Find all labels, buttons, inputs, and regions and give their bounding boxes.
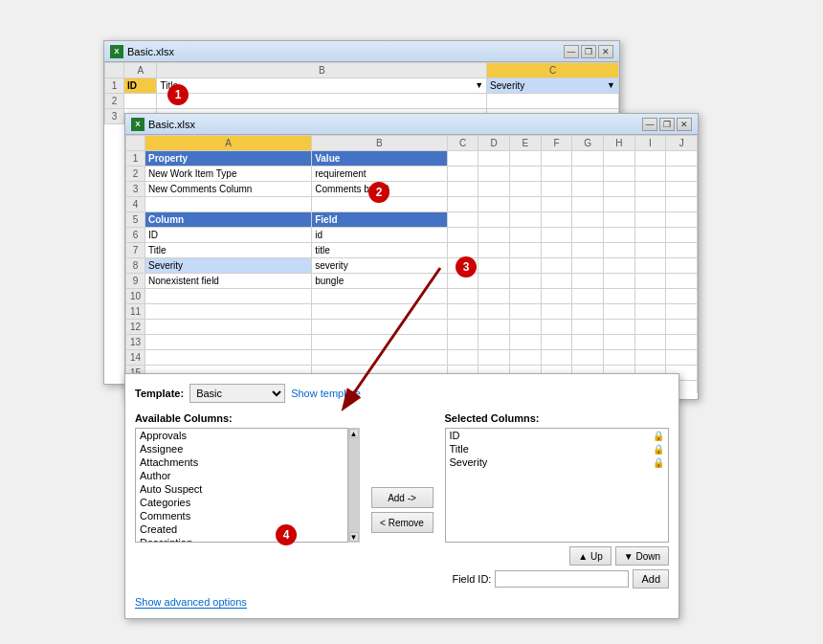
cell-2-A[interactable]: New Work Item Type — [145, 167, 312, 182]
cell-14-J[interactable] — [666, 350, 698, 366]
cell-4-E[interactable] — [510, 197, 542, 212]
cell-4-H[interactable] — [603, 197, 634, 212]
cell-2-H[interactable] — [603, 167, 634, 182]
cell-2-B[interactable]: requirement — [312, 167, 448, 182]
cell-7-F[interactable] — [541, 243, 572, 258]
cell-11-H[interactable] — [603, 304, 634, 320]
cell-13-F[interactable] — [541, 335, 572, 350]
add-button[interactable]: Add -> — [371, 487, 434, 508]
cell-11-G[interactable] — [572, 304, 604, 320]
cell-7-G[interactable] — [572, 243, 604, 258]
cell-3-I[interactable] — [634, 182, 666, 197]
cell-8-E[interactable] — [510, 258, 542, 274]
cell-6-A[interactable]: ID — [145, 228, 312, 243]
cell-5-H[interactable] — [603, 212, 634, 228]
up-button[interactable]: ▲ Up — [569, 546, 611, 566]
cell-12-E[interactable] — [510, 320, 542, 335]
cell-2-A[interactable] — [124, 94, 157, 109]
cell-6-E[interactable] — [510, 228, 542, 243]
window1-close[interactable]: ✕ — [598, 45, 613, 58]
cell-2-B[interactable] — [157, 94, 487, 109]
cell-3-J[interactable] — [666, 182, 698, 197]
cell-7-H[interactable] — [603, 243, 634, 258]
cell-8-H[interactable] — [603, 258, 634, 274]
filter-icon-B[interactable]: ▼ — [475, 80, 483, 90]
cell-4-D[interactable] — [478, 197, 510, 212]
cell-5-A[interactable]: Column — [145, 212, 312, 228]
available-item-created[interactable]: Created — [136, 522, 347, 536]
cell-3-E[interactable] — [510, 182, 542, 197]
cell-4-I[interactable] — [634, 197, 666, 212]
down-button[interactable]: ▼ Down — [615, 546, 669, 566]
cell-10-F[interactable] — [541, 289, 572, 304]
cell-7-B[interactable]: title — [312, 243, 448, 258]
cell-4-J[interactable] — [666, 197, 698, 212]
cell-5-D[interactable] — [478, 212, 510, 228]
filter-icon-C[interactable]: ▼ — [607, 80, 615, 90]
cell-1-C[interactable] — [447, 151, 478, 167]
scroll-down-arrow[interactable]: ▼ — [349, 532, 359, 542]
cell-5-E[interactable] — [510, 212, 542, 228]
cell-1-J[interactable] — [666, 151, 698, 167]
cell-13-J[interactable] — [666, 335, 698, 350]
cell-2-E[interactable] — [510, 167, 542, 182]
cell-4-A[interactable] — [145, 197, 312, 212]
cell-1-D[interactable] — [478, 151, 510, 167]
cell-6-I[interactable] — [634, 228, 666, 243]
available-item-auto-suspect[interactable]: Auto Suspect — [136, 482, 347, 496]
cell-13-E[interactable] — [510, 335, 542, 350]
cell-9-J[interactable] — [666, 274, 698, 289]
cell-3-H[interactable] — [603, 182, 634, 197]
cell-12-J[interactable] — [666, 320, 698, 335]
cell-14-E[interactable] — [510, 350, 542, 366]
window2-close[interactable]: ✕ — [677, 118, 692, 131]
cell-11-E[interactable] — [510, 304, 542, 320]
cell-5-J[interactable] — [666, 212, 698, 228]
available-item-description[interactable]: Description — [136, 536, 347, 543]
cell-10-J[interactable] — [666, 289, 698, 304]
cell-3-D[interactable] — [478, 182, 510, 197]
cell-2-C[interactable] — [447, 167, 478, 182]
cell-9-H[interactable] — [603, 274, 634, 289]
window2-minimize[interactable]: — — [642, 118, 657, 131]
cell-9-I[interactable] — [634, 274, 666, 289]
cell-1-B[interactable]: Value — [312, 151, 448, 167]
selected-item-severity[interactable]: Severity🔒 — [446, 455, 669, 469]
cell-6-D[interactable] — [478, 228, 510, 243]
cell-1-B[interactable]: Title ▼ — [157, 78, 487, 94]
cell-7-E[interactable] — [510, 243, 542, 258]
cell-5-B[interactable]: Field — [312, 212, 448, 228]
cell-12-F[interactable] — [541, 320, 572, 335]
cell-12-G[interactable] — [572, 320, 604, 335]
cell-5-C[interactable] — [447, 212, 478, 228]
cell-8-J[interactable] — [666, 258, 698, 274]
cell-5-G[interactable] — [572, 212, 604, 228]
window2-controls[interactable]: — ❐ ✕ — [642, 118, 692, 131]
cell-2-C[interactable] — [487, 94, 619, 109]
cell-7-C[interactable] — [447, 243, 478, 258]
cell-4-G[interactable] — [572, 197, 604, 212]
cell-1-A[interactable]: Property — [145, 151, 312, 167]
cell-11-J[interactable] — [666, 304, 698, 320]
window1-controls[interactable]: — ❐ ✕ — [564, 45, 613, 58]
cell-7-J[interactable] — [666, 243, 698, 258]
window1-minimize[interactable]: — — [564, 45, 579, 58]
cell-1-G[interactable] — [572, 151, 604, 167]
field-id-input[interactable] — [495, 570, 629, 588]
cell-9-G[interactable] — [572, 274, 604, 289]
cell-6-C[interactable] — [447, 228, 478, 243]
cell-7-I[interactable] — [634, 243, 666, 258]
cell-2-I[interactable] — [634, 167, 666, 182]
cell-13-I[interactable] — [634, 335, 666, 350]
cell-1-C[interactable]: Severity ▼ — [487, 78, 619, 94]
cell-9-F[interactable] — [541, 274, 572, 289]
cell-1-E[interactable] — [510, 151, 542, 167]
cell-7-A[interactable]: Title — [145, 243, 312, 258]
cell-13-G[interactable] — [572, 335, 604, 350]
template-select[interactable]: Basic — [189, 384, 285, 403]
available-item-comments[interactable]: Comments — [136, 509, 347, 522]
cell-3-A[interactable]: New Comments Column — [145, 182, 312, 197]
cell-2-J[interactable] — [666, 167, 698, 182]
cell-10-G[interactable] — [572, 289, 604, 304]
cell-6-F[interactable] — [541, 228, 572, 243]
